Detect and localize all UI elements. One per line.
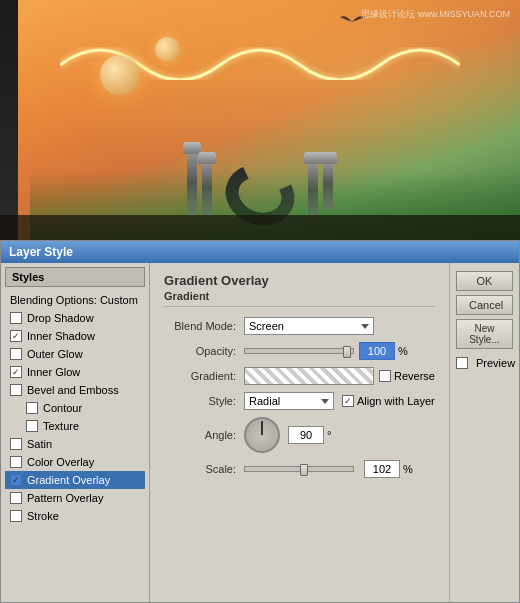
style-texture[interactable]: Texture: [5, 417, 145, 435]
gradient-overlay-checkbox[interactable]: [10, 474, 22, 486]
style-contour[interactable]: Contour: [5, 399, 145, 417]
scale-slider[interactable]: [244, 466, 354, 472]
opacity-value-box[interactable]: 100: [359, 342, 395, 360]
blend-mode-label: Blend Mode:: [164, 320, 244, 332]
panel-body: Styles Blending Options: Custom Drop Sha…: [1, 263, 519, 602]
style-bevel-emboss[interactable]: Bevel and Emboss: [5, 381, 145, 399]
style-pattern-overlay[interactable]: Pattern Overlay: [5, 489, 145, 507]
angle-label: Angle:: [164, 429, 244, 441]
angle-dial[interactable]: [244, 417, 280, 453]
outer-glow-label: Outer Glow: [27, 348, 83, 360]
blend-mode-value: Screen: [249, 320, 284, 332]
style-dropdown-arrow: [321, 399, 329, 404]
angle-row: Angle: 90 °: [164, 417, 435, 453]
style-inner-glow[interactable]: Inner Glow: [5, 363, 145, 381]
gradient-overlay-label: Gradient Overlay: [27, 474, 110, 486]
inner-glow-checkbox[interactable]: [10, 366, 22, 378]
align-label: Align with Layer: [357, 395, 435, 407]
reverse-label: Reverse: [394, 370, 435, 382]
preview-label: Preview: [476, 357, 515, 369]
scale-value-box[interactable]: 102: [364, 460, 400, 478]
style-color-overlay[interactable]: Color Overlay: [5, 453, 145, 471]
preview-row: Preview: [456, 357, 513, 369]
align-checkbox-container[interactable]: Align with Layer: [342, 395, 435, 407]
angle-value-box[interactable]: 90: [288, 426, 324, 444]
ok-button[interactable]: OK: [456, 271, 513, 291]
style-value: Radial: [249, 395, 280, 407]
stroke-checkbox[interactable]: [10, 510, 22, 522]
style-satin[interactable]: Satin: [5, 435, 145, 453]
dark-base: [0, 215, 520, 240]
color-overlay-label: Color Overlay: [27, 456, 94, 468]
satin-checkbox[interactable]: [10, 438, 22, 450]
new-style-button[interactable]: New Style...: [456, 319, 513, 349]
stroke-label: Stroke: [27, 510, 59, 522]
opacity-label: Opacity:: [164, 345, 244, 357]
blending-options-label: Blending Options: Custom: [10, 294, 138, 306]
cancel-button[interactable]: Cancel: [456, 295, 513, 315]
preview-checkbox[interactable]: [456, 357, 468, 369]
scale-percent: %: [403, 463, 413, 475]
inner-shadow-checkbox[interactable]: [10, 330, 22, 342]
contour-checkbox[interactable]: [26, 402, 38, 414]
layer-style-panel: Layer Style Styles Blending Options: Cus…: [0, 240, 520, 603]
settings-panel: Gradient Overlay Gradient Blend Mode: Sc…: [150, 263, 449, 602]
inner-shadow-label: Inner Shadow: [27, 330, 95, 342]
settings-title: Gradient Overlay: [164, 273, 435, 288]
contour-label: Contour: [43, 402, 82, 414]
watermark-text: 思缘设计论坛 www.MISSYUAN.COM: [361, 8, 510, 21]
style-select[interactable]: Radial: [244, 392, 334, 410]
gradient-label: Gradient:: [164, 370, 244, 382]
scale-row: Scale: 102 %: [164, 460, 435, 478]
blending-options-item[interactable]: Blending Options: Custom: [5, 291, 145, 309]
align-checkbox[interactable]: [342, 395, 354, 407]
style-inner-shadow[interactable]: Inner Shadow: [5, 327, 145, 345]
degree-symbol: °: [327, 429, 331, 441]
pattern-overlay-label: Pattern Overlay: [27, 492, 103, 504]
panel-title-bar: Layer Style: [1, 241, 519, 263]
style-row: Style: Radial Align with Layer: [164, 392, 435, 410]
outer-glow-checkbox[interactable]: [10, 348, 22, 360]
drop-shadow-checkbox[interactable]: [10, 312, 22, 324]
scale-label: Scale:: [164, 463, 244, 475]
styles-header[interactable]: Styles: [5, 267, 145, 287]
blend-mode-row: Blend Mode: Screen: [164, 317, 435, 335]
pattern-overlay-checkbox[interactable]: [10, 492, 22, 504]
drop-shadow-label: Drop Shadow: [27, 312, 94, 324]
blend-mode-select[interactable]: Screen: [244, 317, 374, 335]
scale-slider-thumb[interactable]: [300, 464, 308, 476]
style-label: Style:: [164, 395, 244, 407]
panel-title: Layer Style: [9, 245, 73, 259]
blend-mode-dropdown-arrow: [361, 324, 369, 329]
gradient-preview[interactable]: [244, 367, 374, 385]
settings-subtitle: Gradient: [164, 290, 435, 307]
action-buttons: OK Cancel New Style... Preview: [449, 263, 519, 602]
style-stroke[interactable]: Stroke: [5, 507, 145, 525]
style-drop-shadow[interactable]: Drop Shadow: [5, 309, 145, 327]
texture-checkbox[interactable]: [26, 420, 38, 432]
inner-glow-label: Inner Glow: [27, 366, 80, 378]
artwork-preview: 思缘设计论坛 www.MISSYUAN.COM: [0, 0, 520, 240]
angle-line: [261, 421, 263, 435]
style-gradient-overlay[interactable]: Gradient Overlay: [5, 471, 145, 489]
opacity-row: Opacity: 100 %: [164, 342, 435, 360]
bevel-emboss-label: Bevel and Emboss: [27, 384, 119, 396]
style-outer-glow[interactable]: Outer Glow: [5, 345, 145, 363]
gradient-row: Gradient: Reverse: [164, 367, 435, 385]
opacity-slider[interactable]: [244, 348, 354, 354]
styles-panel: Styles Blending Options: Custom Drop Sha…: [1, 263, 150, 602]
opacity-percent: %: [398, 345, 408, 357]
opacity-slider-thumb[interactable]: [343, 346, 351, 358]
bevel-emboss-checkbox[interactable]: [10, 384, 22, 396]
satin-label: Satin: [27, 438, 52, 450]
reverse-checkbox[interactable]: [379, 370, 391, 382]
reverse-checkbox-container[interactable]: Reverse: [379, 370, 435, 382]
texture-label: Texture: [43, 420, 79, 432]
color-overlay-checkbox[interactable]: [10, 456, 22, 468]
